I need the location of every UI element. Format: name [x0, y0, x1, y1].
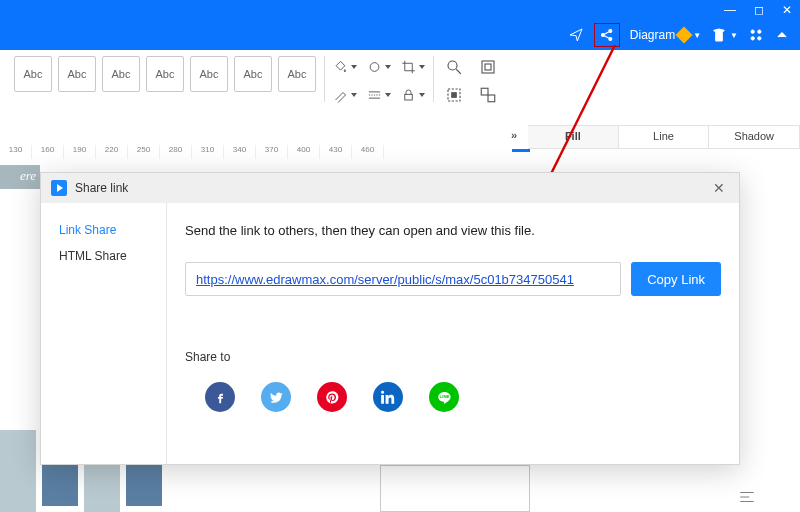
style-preset[interactable]: Abc: [102, 56, 140, 92]
fill-tool-icon[interactable]: [333, 56, 357, 78]
share-icon[interactable]: [594, 23, 620, 47]
ruler-tick: 400: [288, 145, 320, 159]
sidebar-item-link-share[interactable]: Link Share: [41, 217, 166, 243]
svg-point-1: [609, 30, 612, 33]
dialog-header: Share link ✕: [41, 173, 739, 203]
style-preset[interactable]: Abc: [58, 56, 96, 92]
zoom-icon[interactable]: [442, 56, 466, 78]
svg-rect-21: [488, 95, 495, 102]
svg-point-7: [751, 37, 754, 40]
svg-point-8: [758, 37, 761, 40]
pinterest-icon[interactable]: [317, 382, 347, 412]
group-icon[interactable]: [476, 84, 500, 106]
property-tabs: » Fill Line Shadow: [500, 125, 800, 149]
maximize-button[interactable]: ◻: [754, 3, 764, 17]
canvas-text-fragment: ere: [0, 165, 40, 189]
style-preset[interactable]: Abc: [14, 56, 52, 92]
svg-rect-20: [481, 88, 488, 95]
svg-point-5: [751, 30, 754, 33]
svg-line-3: [604, 32, 609, 35]
apps-icon[interactable]: [748, 27, 764, 43]
ruler-tick: 190: [64, 145, 96, 159]
bottom-panel: [380, 465, 530, 512]
ruler-tick: 310: [192, 145, 224, 159]
tab-fill[interactable]: Fill: [528, 125, 619, 149]
svg-point-9: [370, 63, 379, 72]
pen-tool-icon[interactable]: [333, 84, 357, 106]
svg-rect-17: [485, 64, 491, 70]
sidebar-item-html-share[interactable]: HTML Share: [41, 243, 166, 269]
twitter-icon[interactable]: [261, 382, 291, 412]
svg-point-2: [609, 38, 612, 41]
diagram-menu[interactable]: Diagram ▼: [630, 28, 701, 42]
ruler-tick: 250: [128, 145, 160, 159]
svg-line-15: [456, 69, 461, 74]
share-to-label: Share to: [185, 350, 721, 364]
svg-text:LINE: LINE: [439, 394, 449, 399]
svg-point-14: [448, 61, 457, 70]
share-url-field[interactable]: https://www.edrawmax.com/server/public/s…: [185, 262, 621, 296]
window-titlebar: — ◻ ✕: [0, 0, 800, 20]
expand-panel-icon[interactable]: »: [500, 125, 528, 149]
svg-rect-16: [482, 61, 494, 73]
close-window-button[interactable]: ✕: [782, 3, 792, 17]
facebook-icon[interactable]: [205, 382, 235, 412]
close-dialog-button[interactable]: ✕: [709, 178, 729, 198]
minimize-button[interactable]: —: [724, 3, 736, 17]
line-icon[interactable]: LINE: [429, 382, 459, 412]
svg-rect-19: [452, 93, 457, 98]
ruler-tick: 340: [224, 145, 256, 159]
divider: [324, 56, 325, 102]
ruler-tick: 430: [320, 145, 352, 159]
svg-rect-13: [405, 94, 413, 100]
fit-page-icon[interactable]: [476, 56, 500, 78]
ruler-tick: 160: [32, 145, 64, 159]
app-header: Diagram ▼ ▼: [0, 20, 800, 50]
diagram-label: Diagram: [630, 28, 675, 42]
shape-tool-icon[interactable]: [367, 56, 391, 78]
social-buttons: LINE: [185, 382, 721, 412]
lock-tool-icon[interactable]: [401, 84, 425, 106]
active-tab-indicator: [512, 149, 530, 152]
line-style-icon[interactable]: [367, 84, 391, 106]
style-preset[interactable]: Abc: [278, 56, 316, 92]
share-link-dialog: Share link ✕ Link Share HTML Share Send …: [40, 172, 740, 465]
share-instruction: Send the link to others, then they can o…: [185, 223, 721, 238]
ruler-tick: 370: [256, 145, 288, 159]
svg-point-0: [601, 34, 604, 37]
select-all-icon[interactable]: [442, 84, 466, 106]
style-preset[interactable]: Abc: [190, 56, 228, 92]
dialog-main: Send the link to others, then they can o…: [167, 203, 739, 464]
diamond-icon: [676, 27, 693, 44]
ruler-tick: 220: [96, 145, 128, 159]
style-preset[interactable]: Abc: [234, 56, 272, 92]
tab-shadow[interactable]: Shadow: [709, 125, 800, 149]
collapse-ribbon-icon[interactable]: [774, 27, 790, 43]
ruler-tick: 130: [0, 145, 32, 159]
app-logo-icon: [51, 180, 67, 196]
style-preset[interactable]: Abc: [146, 56, 184, 92]
align-icon[interactable]: [738, 488, 756, 510]
copy-link-button[interactable]: Copy Link: [631, 262, 721, 296]
shape-styles-gallery[interactable]: Abc Abc Abc Abc Abc Abc Abc: [0, 50, 316, 108]
divider: [433, 56, 434, 102]
dialog-title: Share link: [75, 181, 709, 195]
horizontal-ruler: 130 160 190 220 250 280 310 340 370 400 …: [0, 145, 502, 159]
tab-line[interactable]: Line: [619, 125, 710, 149]
ruler-tick: 280: [160, 145, 192, 159]
ruler-tick: 460: [352, 145, 384, 159]
ribbon-toolbar: Abc Abc Abc Abc Abc Abc Abc: [0, 50, 800, 108]
dialog-sidebar: Link Share HTML Share: [41, 203, 167, 464]
crop-tool-icon[interactable]: [401, 56, 425, 78]
linkedin-icon[interactable]: [373, 382, 403, 412]
svg-line-4: [604, 36, 609, 39]
svg-point-6: [758, 30, 761, 33]
theme-icon[interactable]: ▼: [711, 27, 738, 43]
send-icon[interactable]: [568, 27, 584, 43]
